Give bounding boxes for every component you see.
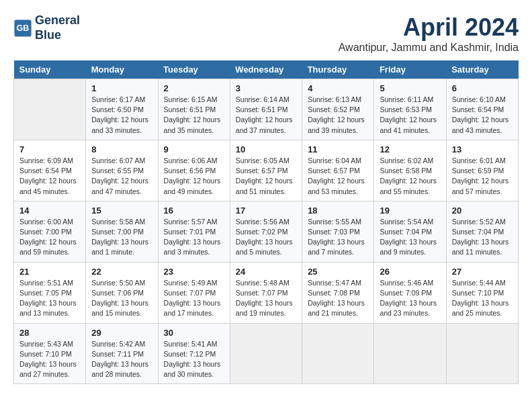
day-number: 28 [19, 328, 80, 338]
day-number: 18 [308, 205, 368, 216]
calendar-header-row: SundayMondayTuesdayWednesdayThursdayFrid… [14, 60, 519, 79]
calendar-cell: 12Sunrise: 6:02 AMSunset: 6:58 PMDayligh… [374, 140, 446, 201]
day-number: 3 [236, 83, 296, 93]
day-number: 15 [91, 205, 152, 216]
day-number: 17 [236, 205, 296, 216]
day-number: 10 [236, 144, 296, 154]
calendar-cell [374, 323, 446, 384]
day-number: 23 [164, 267, 224, 277]
col-header-tuesday: Tuesday [158, 60, 230, 79]
logo-text: General Blue [35, 13, 80, 42]
day-number: 27 [452, 267, 513, 277]
day-number: 21 [19, 267, 80, 277]
day-number: 1 [91, 83, 152, 93]
day-info: Sunrise: 6:00 AMSunset: 7:00 PMDaylight:… [19, 217, 80, 258]
day-number: 22 [91, 267, 152, 277]
day-number: 7 [19, 144, 80, 154]
calendar-cell: 10Sunrise: 6:05 AMSunset: 6:57 PMDayligh… [230, 140, 302, 201]
day-number: 11 [308, 144, 368, 154]
day-info: Sunrise: 5:51 AMSunset: 7:05 PMDaylight:… [19, 278, 80, 319]
col-header-monday: Monday [86, 60, 158, 79]
calendar-cell: 30Sunrise: 5:41 AMSunset: 7:12 PMDayligh… [158, 323, 230, 384]
day-info: Sunrise: 5:41 AMSunset: 7:12 PMDaylight:… [164, 339, 224, 380]
calendar-cell: 4Sunrise: 6:13 AMSunset: 6:52 PMDaylight… [302, 79, 374, 140]
day-info: Sunrise: 6:05 AMSunset: 6:57 PMDaylight:… [236, 156, 296, 197]
calendar-cell: 9Sunrise: 6:06 AMSunset: 6:56 PMDaylight… [158, 140, 230, 201]
day-info: Sunrise: 6:04 AMSunset: 6:57 PMDaylight:… [308, 156, 368, 197]
calendar-cell: 6Sunrise: 6:10 AMSunset: 6:54 PMDaylight… [446, 79, 518, 140]
calendar-cell: 15Sunrise: 5:58 AMSunset: 7:00 PMDayligh… [86, 201, 158, 262]
calendar-cell [446, 323, 518, 384]
day-info: Sunrise: 6:17 AMSunset: 6:50 PMDaylight:… [91, 95, 152, 136]
calendar-cell: 2Sunrise: 6:15 AMSunset: 6:51 PMDaylight… [158, 79, 230, 140]
day-info: Sunrise: 5:58 AMSunset: 7:00 PMDaylight:… [91, 217, 152, 258]
title-block: April 2024 Awantipur, Jammu and Kashmir,… [339, 13, 519, 54]
day-number: 30 [164, 328, 224, 338]
calendar-cell [230, 323, 302, 384]
logo-line1: General [35, 13, 80, 28]
calendar-cell: 24Sunrise: 5:48 AMSunset: 7:07 PMDayligh… [230, 262, 302, 323]
day-number: 4 [308, 83, 368, 93]
month-title: April 2024 [339, 13, 519, 42]
day-info: Sunrise: 5:44 AMSunset: 7:10 PMDaylight:… [452, 278, 513, 319]
week-row-2: 7Sunrise: 6:09 AMSunset: 6:54 PMDaylight… [14, 140, 519, 201]
calendar-cell: 22Sunrise: 5:50 AMSunset: 7:06 PMDayligh… [86, 262, 158, 323]
calendar-cell: 25Sunrise: 5:47 AMSunset: 7:08 PMDayligh… [302, 262, 374, 323]
day-number: 8 [91, 144, 152, 154]
day-info: Sunrise: 5:55 AMSunset: 7:03 PMDaylight:… [308, 217, 368, 258]
calendar-cell: 26Sunrise: 5:46 AMSunset: 7:09 PMDayligh… [374, 262, 446, 323]
day-info: Sunrise: 5:52 AMSunset: 7:04 PMDaylight:… [452, 217, 513, 258]
day-number: 12 [380, 144, 440, 154]
calendar-cell [14, 79, 86, 140]
day-number: 26 [380, 267, 440, 277]
calendar-cell: 21Sunrise: 5:51 AMSunset: 7:05 PMDayligh… [14, 262, 86, 323]
day-info: Sunrise: 6:15 AMSunset: 6:51 PMDaylight:… [164, 95, 224, 136]
calendar-cell: 14Sunrise: 6:00 AMSunset: 7:00 PMDayligh… [14, 201, 86, 262]
day-number: 29 [91, 328, 152, 338]
day-info: Sunrise: 5:48 AMSunset: 7:07 PMDaylight:… [236, 278, 296, 319]
day-info: Sunrise: 5:49 AMSunset: 7:07 PMDaylight:… [164, 278, 224, 319]
week-row-3: 14Sunrise: 6:00 AMSunset: 7:00 PMDayligh… [14, 201, 519, 262]
day-number: 9 [164, 144, 224, 154]
col-header-wednesday: Wednesday [230, 60, 302, 79]
calendar-table: SundayMondayTuesdayWednesdayThursdayFrid… [13, 60, 519, 384]
day-number: 14 [19, 205, 80, 216]
week-row-4: 21Sunrise: 5:51 AMSunset: 7:05 PMDayligh… [14, 262, 519, 323]
day-number: 25 [308, 267, 368, 277]
calendar-cell: 20Sunrise: 5:52 AMSunset: 7:04 PMDayligh… [446, 201, 518, 262]
day-info: Sunrise: 5:46 AMSunset: 7:09 PMDaylight:… [380, 278, 440, 319]
logo-line2: Blue [35, 28, 80, 43]
day-info: Sunrise: 5:54 AMSunset: 7:04 PMDaylight:… [380, 217, 440, 258]
calendar-cell: 11Sunrise: 6:04 AMSunset: 6:57 PMDayligh… [302, 140, 374, 201]
day-info: Sunrise: 5:50 AMSunset: 7:06 PMDaylight:… [91, 278, 152, 319]
logo: GB General Blue [13, 13, 80, 42]
day-info: Sunrise: 5:43 AMSunset: 7:10 PMDaylight:… [19, 339, 80, 380]
day-number: 6 [452, 83, 513, 93]
day-info: Sunrise: 6:06 AMSunset: 6:56 PMDaylight:… [164, 156, 224, 197]
day-info: Sunrise: 5:57 AMSunset: 7:01 PMDaylight:… [164, 217, 224, 258]
day-info: Sunrise: 5:42 AMSunset: 7:11 PMDaylight:… [91, 339, 152, 380]
day-info: Sunrise: 5:56 AMSunset: 7:02 PMDaylight:… [236, 217, 296, 258]
calendar-cell: 19Sunrise: 5:54 AMSunset: 7:04 PMDayligh… [374, 201, 446, 262]
day-info: Sunrise: 6:10 AMSunset: 6:54 PMDaylight:… [452, 95, 513, 136]
col-header-saturday: Saturday [446, 60, 518, 79]
calendar-cell: 28Sunrise: 5:43 AMSunset: 7:10 PMDayligh… [14, 323, 86, 384]
day-info: Sunrise: 6:07 AMSunset: 6:55 PMDaylight:… [91, 156, 152, 197]
col-header-friday: Friday [374, 60, 446, 79]
day-number: 20 [452, 205, 513, 216]
calendar-cell: 8Sunrise: 6:07 AMSunset: 6:55 PMDaylight… [86, 140, 158, 201]
location-subtitle: Awantipur, Jammu and Kashmir, India [339, 42, 519, 54]
day-number: 13 [452, 144, 513, 154]
day-info: Sunrise: 6:13 AMSunset: 6:52 PMDaylight:… [308, 95, 368, 136]
svg-text:GB: GB [17, 24, 30, 33]
calendar-cell: 13Sunrise: 6:01 AMSunset: 6:59 PMDayligh… [446, 140, 518, 201]
day-number: 24 [236, 267, 296, 277]
day-info: Sunrise: 6:09 AMSunset: 6:54 PMDaylight:… [19, 156, 80, 197]
day-number: 2 [164, 83, 224, 93]
col-header-sunday: Sunday [14, 60, 86, 79]
col-header-thursday: Thursday [302, 60, 374, 79]
day-info: Sunrise: 5:47 AMSunset: 7:08 PMDaylight:… [308, 278, 368, 319]
calendar-cell: 5Sunrise: 6:11 AMSunset: 6:53 PMDaylight… [374, 79, 446, 140]
calendar-cell [302, 323, 374, 384]
day-number: 19 [380, 205, 440, 216]
